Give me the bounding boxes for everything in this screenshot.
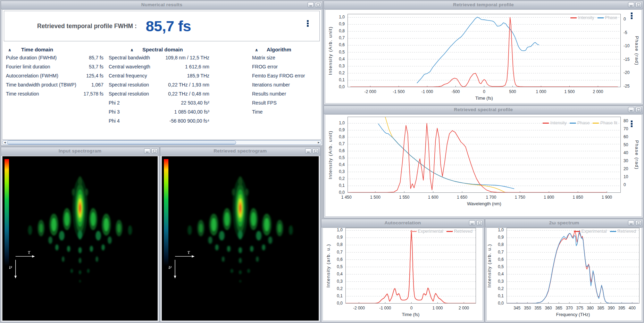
scrollbar-thumb[interactable] (7, 141, 236, 144)
x-tick-label: 1 650 (448, 195, 476, 200)
spectral-plot-area[interactable] (348, 117, 621, 193)
panel-title: 2ω spectrum (485, 219, 643, 227)
row-value: 0,22 THz / 0,48 nm (109, 91, 209, 97)
collapse-chevron-icon[interactable]: ∧ (255, 48, 258, 52)
y-tick-label: 0,8 (332, 134, 345, 139)
maximize-button[interactable] (635, 220, 642, 225)
fwhm-label: Retrieved temporal profile FWHM : (37, 23, 137, 30)
legend-item[interactable]: Phase (570, 121, 589, 125)
maximize-button[interactable] (476, 220, 483, 225)
temporal-profile-titlebar[interactable]: Retrieved temporal profile (324, 1, 643, 9)
y-tick-label: 0,8 (332, 28, 345, 33)
maximize-button[interactable] (315, 2, 321, 7)
y-tick-label: 0,3 (332, 169, 345, 174)
horizontal-scrollbar[interactable]: ◄ ► (2, 140, 321, 145)
phase-tick-label: 50 (624, 142, 628, 147)
phase-tick-label: -25 (624, 84, 629, 89)
phase-tick-label: -10 (624, 43, 629, 48)
y-tick-label: 0,1 (330, 293, 343, 298)
x-tick-label: 1 700 (477, 195, 505, 200)
minimize-button[interactable] (305, 148, 311, 154)
row-label: FROG error (252, 64, 278, 69)
row-value: 22 503,40 fs² (109, 100, 209, 106)
autocorrelation-titlebar[interactable]: Autocorrelation (321, 219, 484, 227)
legend-item[interactable]: Intensity (570, 15, 594, 20)
legend-item[interactable]: Retrieved (610, 229, 636, 234)
chart-menu-icon[interactable] (631, 121, 633, 127)
y-tick-label: 0,7 (491, 250, 504, 255)
legend-item[interactable]: Experimental (410, 229, 443, 234)
x-tick-label: 1 900 (593, 195, 621, 200)
legend-item[interactable]: Retrieved (446, 229, 473, 234)
x-tick-label: -2 000 (357, 89, 384, 94)
input-spectrogram-canvas[interactable] (2, 156, 158, 321)
twoomega-plot-area[interactable] (507, 228, 639, 304)
temporal-profile-panel: Retrieved temporal profile 0,00,10,20,30… (324, 1, 643, 105)
two-omega-titlebar[interactable]: 2ω spectrum (485, 219, 643, 227)
maximize-button[interactable] (312, 148, 319, 154)
autocorr-plot-area[interactable] (345, 228, 476, 304)
y-tick-label: 0,5 (332, 155, 345, 160)
legend-line-swatch (446, 231, 453, 232)
x-tick-label: 2 000 (450, 306, 478, 310)
legend-item[interactable]: Phase (597, 15, 617, 20)
minimize-button[interactable] (308, 2, 314, 7)
x-tick-label: -2 000 (345, 306, 373, 310)
minimize-button[interactable] (144, 148, 150, 154)
two-omega-spectrum-panel: 2ω spectrum 0,00,10,20,30,40,50,60,70,80… (485, 219, 643, 322)
maximize-button[interactable] (635, 2, 642, 7)
legend-label: Intensity (550, 121, 567, 125)
legend-label: Retrieved (454, 229, 473, 234)
maximize-button[interactable] (635, 107, 642, 112)
legend-item[interactable]: Phase fit (593, 121, 617, 125)
y-axis-title: Intensity (arb. u.) (487, 244, 492, 288)
scroll-right-icon[interactable]: ► (317, 141, 321, 144)
legend-label: Retrieved (618, 229, 636, 234)
x-tick-label: 1 000 (424, 306, 452, 310)
y-tick-label: 0,0 (330, 301, 343, 306)
collapse-chevron-icon[interactable]: ∧ (8, 48, 11, 52)
scroll-left-icon[interactable]: ◄ (3, 141, 7, 144)
y-tick-label: 0,3 (330, 279, 343, 284)
retrieved-spectrogram-canvas[interactable] (162, 156, 319, 321)
legend-item[interactable]: Experimental (574, 229, 607, 234)
minimize-button[interactable] (628, 220, 634, 225)
collapse-chevron-icon[interactable]: ∧ (130, 48, 134, 52)
x-tick-label: 0 (398, 306, 425, 310)
maximize-button[interactable] (151, 148, 158, 154)
temporal-series-intensity (350, 17, 618, 87)
y-tick-label: 0,4 (491, 272, 504, 276)
spectral-profile-titlebar[interactable]: Retrieved spectral profile (324, 106, 643, 114)
fwhm-value: 85,7 fs (146, 18, 191, 35)
legend-line-swatch (570, 17, 577, 18)
minimize-button[interactable] (469, 220, 475, 225)
y-tick-label: 1,0 (330, 227, 343, 232)
minimize-button[interactable] (628, 107, 634, 112)
x-tick-label: 1 450 (333, 195, 360, 200)
x-axis-title: Time (fs) (460, 96, 509, 101)
legend-label: Phase (577, 121, 589, 125)
legend-item[interactable]: Intensity (543, 121, 567, 125)
input-spectrogram-titlebar[interactable]: Input spectrogram (1, 147, 159, 156)
fwhm-menu-icon[interactable] (307, 20, 309, 27)
frog-trace-image (2, 156, 158, 321)
temporal-plot-area[interactable] (348, 14, 621, 87)
row-value: 1,067 (6, 82, 103, 88)
y-tick-label: 0,8 (330, 242, 343, 247)
y-tick-label: 0,9 (332, 22, 345, 26)
numerical-results-titlebar[interactable]: Numerical results (1, 1, 323, 9)
y-tick-label: 0,7 (332, 35, 345, 40)
y-tick-label: 0,4 (332, 57, 345, 61)
panel-title: Input spectrogram (1, 147, 159, 155)
minimize-button[interactable] (628, 2, 634, 7)
y-tick-label: 0,3 (332, 64, 345, 68)
legend-line-swatch (543, 123, 549, 124)
retrieved-spectrogram-titlebar[interactable]: Retrieved spectrogram (160, 147, 320, 156)
phase-axis-title: Phase (rad) (634, 36, 639, 65)
x-tick-label: 500 (499, 89, 526, 94)
section-header: Algorithm (267, 47, 291, 52)
row-label: Femto Easy FROG error (252, 73, 305, 78)
chart-menu-icon[interactable] (631, 13, 633, 19)
input-spectrogram-panel: Input spectrogram (1, 147, 159, 322)
y-tick-label: 0,3 (491, 279, 504, 284)
